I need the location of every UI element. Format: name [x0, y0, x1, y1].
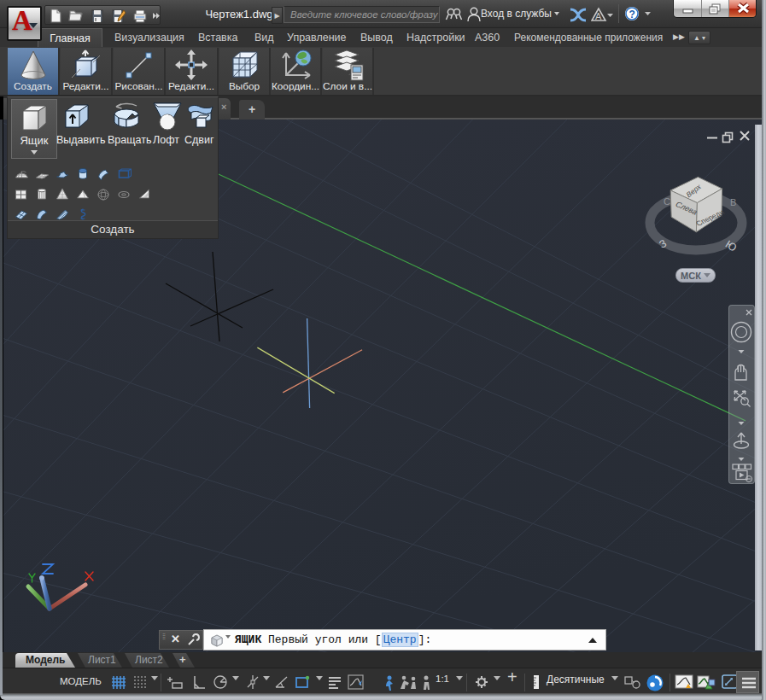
svg-text:С: С	[664, 196, 670, 207]
svg-text:A: A	[595, 11, 602, 21]
svg-text:В: В	[730, 197, 736, 207]
svg-text:?: ?	[629, 9, 635, 20]
